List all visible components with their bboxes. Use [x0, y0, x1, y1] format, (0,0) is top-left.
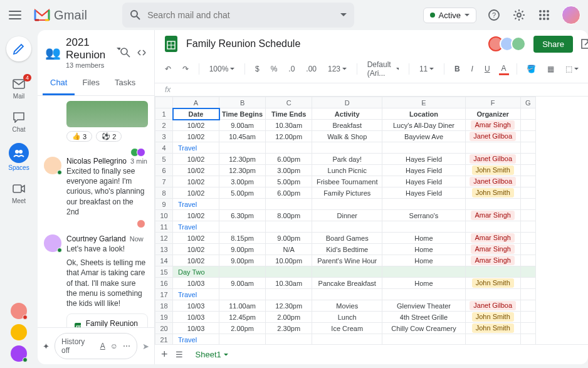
cell[interactable]: John Smith — [465, 323, 520, 334]
cell[interactable]: 5.00pm — [219, 187, 266, 199]
cell[interactable]: John Smith — [465, 187, 520, 199]
cell[interactable]: 12.30pm — [219, 154, 266, 165]
cell[interactable]: 4th Street Grille — [382, 312, 466, 323]
cell[interactable]: Amar Singh — [465, 233, 520, 244]
cell[interactable]: Pancake Breakfast — [312, 278, 382, 289]
fontsize-select[interactable]: 11 — [417, 63, 436, 75]
cell[interactable]: Janet Gilboa — [465, 154, 520, 165]
cell[interactable]: 2.00pm — [219, 323, 266, 334]
reaction-chip[interactable]: 👍3 — [66, 131, 92, 142]
apps-button[interactable] — [537, 8, 552, 23]
cell[interactable]: Janet Gilboa — [465, 300, 520, 312]
formula-bar[interactable]: fx — [155, 83, 588, 97]
cell[interactable]: Janet Gilboa — [465, 176, 520, 187]
col-header[interactable]: B — [219, 97, 266, 108]
cell[interactable]: 9.00am — [219, 278, 266, 289]
row-header[interactable]: 10 — [155, 210, 173, 221]
merge-button[interactable]: ⬚ — [563, 63, 581, 75]
row-header[interactable]: 21 — [155, 334, 173, 345]
cell[interactable]: Movies — [312, 300, 382, 312]
dec-decrease-button[interactable]: .0 — [286, 63, 297, 75]
settings-button[interactable] — [512, 8, 527, 23]
all-sheets-button[interactable]: ☰ — [176, 350, 183, 359]
row-header[interactable]: 19 — [155, 312, 173, 323]
emoji-icon[interactable]: ☺ — [110, 342, 118, 350]
cell[interactable]: 9.00pm — [219, 244, 266, 255]
cell[interactable]: Travel — [173, 289, 219, 300]
row-header[interactable]: 14 — [155, 255, 173, 266]
cell[interactable]: 2.00pm — [266, 312, 312, 323]
cell[interactable]: 10/03 — [173, 278, 219, 289]
cell[interactable]: 9.00pm — [266, 233, 312, 244]
row-header[interactable]: 13 — [155, 244, 173, 255]
cell[interactable]: Day Two — [173, 266, 219, 278]
cell[interactable]: 12.30pm — [219, 165, 266, 176]
cell[interactable]: Dinner — [312, 210, 382, 221]
font-select[interactable]: Default (Ari... — [365, 59, 402, 79]
row-header[interactable]: 17 — [155, 289, 173, 300]
cell[interactable]: 10/02 — [173, 165, 219, 176]
row-header[interactable]: 16 — [155, 278, 173, 289]
cell[interactable]: Kid's Bedtime — [312, 244, 382, 255]
cell[interactable]: 10.45am — [219, 131, 266, 142]
reaction-chip[interactable]: ⚽2 — [96, 131, 122, 142]
cell[interactable]: 6.00pm — [266, 154, 312, 165]
row-header[interactable]: 1 — [155, 108, 173, 120]
header-cell[interactable]: Time Begins — [219, 108, 266, 120]
sheet-doc-title[interactable]: Family Reunion Schedule — [186, 38, 300, 50]
cell[interactable]: 10/02 — [173, 187, 219, 199]
message-avatar[interactable] — [44, 234, 61, 252]
col-header[interactable]: A — [173, 97, 219, 108]
cell[interactable]: 10/02 — [173, 244, 219, 255]
row-header[interactable]: 2 — [155, 120, 173, 131]
cell[interactable]: Hayes Field — [382, 187, 466, 199]
tab-tasks[interactable]: Tasks — [107, 71, 143, 95]
format-number-button[interactable]: 123 — [325, 63, 349, 75]
dec-increase-button[interactable]: .00 — [303, 63, 319, 75]
image-attachment-preview[interactable] — [66, 101, 148, 127]
rail-spaces[interactable]: Spaces — [0, 139, 38, 175]
message-avatar[interactable] — [44, 157, 61, 174]
cell[interactable]: 10.00pm — [266, 255, 312, 266]
compose-button[interactable] — [6, 36, 31, 61]
cell[interactable]: Amar Singh — [465, 244, 520, 255]
col-header[interactable]: C — [266, 97, 312, 108]
cell[interactable]: Walk & Shop — [312, 131, 382, 142]
tab-chat[interactable]: Chat — [43, 71, 75, 95]
cell[interactable]: Park day! — [312, 154, 382, 165]
row-header[interactable]: 6 — [155, 165, 173, 176]
cell[interactable]: Hayes Field — [382, 176, 466, 187]
row-header[interactable]: 7 — [155, 176, 173, 187]
cell[interactable]: John Smith — [465, 312, 520, 323]
currency-button[interactable]: $ — [253, 63, 262, 75]
col-header[interactable]: E — [382, 97, 466, 108]
cell[interactable]: Ice Cream — [312, 323, 382, 334]
cell[interactable]: 10/02 — [173, 176, 219, 187]
open-external-icon[interactable] — [580, 38, 588, 50]
cell[interactable]: Serrano's — [382, 210, 466, 221]
cell[interactable]: 10/02 — [173, 131, 219, 142]
cell[interactable]: Lunch Picnic — [312, 165, 382, 176]
cell[interactable]: Travel — [173, 142, 219, 154]
underline-button[interactable]: U — [482, 63, 493, 75]
space-title[interactable]: 2021 Reunion — [66, 36, 114, 61]
cell[interactable]: Janet Gilboa — [465, 131, 520, 142]
gmail-logo[interactable]: Gmail — [34, 8, 87, 23]
cell[interactable]: 2.30pm — [266, 323, 312, 334]
cell[interactable]: 9.00pm — [219, 255, 266, 266]
cell[interactable]: Travel — [173, 334, 219, 345]
col-header[interactable]: D — [312, 97, 382, 108]
cell[interactable]: John Smith — [465, 165, 520, 176]
cell[interactable]: 8.00pm — [266, 210, 312, 221]
cell[interactable]: Amar Singh — [465, 210, 520, 221]
collaborator-avatars[interactable] — [492, 36, 526, 51]
undo-button[interactable]: ↶ — [162, 63, 174, 75]
row-header[interactable]: 20 — [155, 323, 173, 334]
smart-compose-icon[interactable]: ✦ — [43, 342, 50, 351]
row-header[interactable]: 5 — [155, 154, 173, 165]
cell[interactable]: Board Games — [312, 233, 382, 244]
col-header[interactable]: G — [520, 97, 535, 108]
cell[interactable]: Breakfast — [312, 120, 382, 131]
sheet-tab[interactable]: Sheet1 — [191, 347, 233, 362]
cell[interactable]: 12.45pm — [219, 312, 266, 323]
